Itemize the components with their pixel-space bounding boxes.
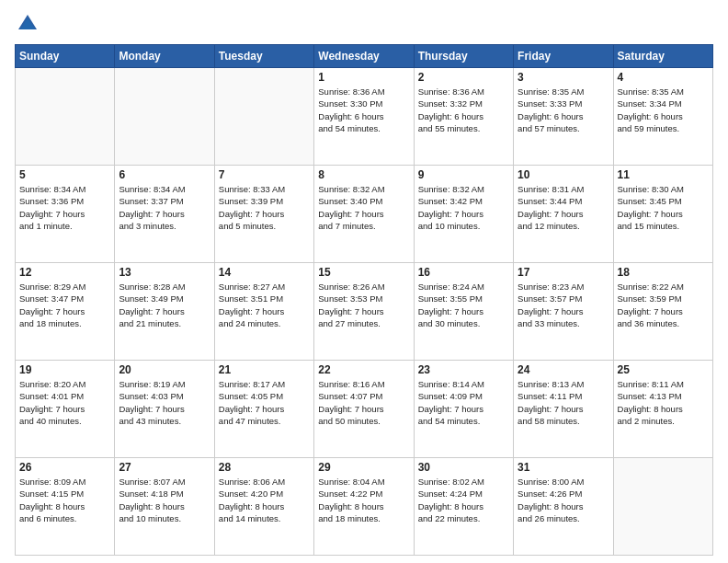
- day-info: Sunrise: 8:02 AM Sunset: 4:24 PM Dayligh…: [418, 476, 509, 524]
- day-number: 21: [219, 363, 310, 376]
- day-cell: [613, 458, 712, 556]
- day-cell: 15Sunrise: 8:26 AM Sunset: 3:53 PM Dayli…: [314, 263, 414, 361]
- day-cell: 23Sunrise: 8:14 AM Sunset: 4:09 PM Dayli…: [414, 361, 513, 458]
- day-number: 28: [219, 461, 310, 474]
- day-info: Sunrise: 8:30 AM Sunset: 3:45 PM Dayligh…: [618, 183, 709, 232]
- day-number: 20: [119, 363, 210, 376]
- day-info: Sunrise: 8:23 AM Sunset: 3:57 PM Dayligh…: [518, 281, 609, 329]
- day-info: Sunrise: 8:06 AM Sunset: 4:20 PM Dayligh…: [219, 476, 310, 524]
- day-info: Sunrise: 8:27 AM Sunset: 3:51 PM Dayligh…: [219, 281, 310, 329]
- day-number: 29: [318, 461, 409, 474]
- day-cell: 12Sunrise: 8:29 AM Sunset: 3:47 PM Dayli…: [16, 263, 115, 361]
- day-cell: [214, 68, 313, 166]
- day-cell: 9Sunrise: 8:32 AM Sunset: 3:42 PM Daylig…: [414, 166, 513, 263]
- day-number: 14: [219, 266, 310, 279]
- day-cell: [115, 68, 214, 166]
- day-info: Sunrise: 8:20 AM Sunset: 4:01 PM Dayligh…: [19, 378, 110, 427]
- weekday-header-thursday: Thursday: [414, 45, 513, 68]
- day-cell: 10Sunrise: 8:31 AM Sunset: 3:44 PM Dayli…: [514, 166, 613, 263]
- day-number: 7: [219, 168, 310, 181]
- day-cell: 7Sunrise: 8:33 AM Sunset: 3:39 PM Daylig…: [214, 166, 313, 263]
- day-cell: 25Sunrise: 8:11 AM Sunset: 4:13 PM Dayli…: [613, 361, 712, 458]
- logo: [15, 11, 44, 37]
- day-info: Sunrise: 8:34 AM Sunset: 3:37 PM Dayligh…: [119, 183, 210, 232]
- page: SundayMondayTuesdayWednesdayThursdayFrid…: [0, 0, 728, 563]
- day-info: Sunrise: 8:31 AM Sunset: 3:44 PM Dayligh…: [518, 183, 609, 232]
- day-info: Sunrise: 8:22 AM Sunset: 3:59 PM Dayligh…: [618, 281, 709, 329]
- day-info: Sunrise: 8:00 AM Sunset: 4:26 PM Dayligh…: [518, 476, 609, 524]
- day-number: 30: [418, 461, 509, 474]
- weekday-header-saturday: Saturday: [613, 45, 712, 68]
- day-info: Sunrise: 8:34 AM Sunset: 3:36 PM Dayligh…: [19, 183, 110, 232]
- week-row-2: 5Sunrise: 8:34 AM Sunset: 3:36 PM Daylig…: [16, 166, 713, 263]
- week-row-3: 12Sunrise: 8:29 AM Sunset: 3:47 PM Dayli…: [16, 263, 713, 361]
- day-cell: 8Sunrise: 8:32 AM Sunset: 3:40 PM Daylig…: [314, 166, 414, 263]
- week-row-1: 1Sunrise: 8:36 AM Sunset: 3:30 PM Daylig…: [16, 68, 713, 166]
- day-cell: 16Sunrise: 8:24 AM Sunset: 3:55 PM Dayli…: [414, 263, 513, 361]
- day-number: 8: [318, 168, 409, 181]
- day-cell: 13Sunrise: 8:28 AM Sunset: 3:49 PM Dayli…: [115, 263, 214, 361]
- day-info: Sunrise: 8:13 AM Sunset: 4:11 PM Dayligh…: [518, 378, 609, 427]
- day-info: Sunrise: 8:35 AM Sunset: 3:34 PM Dayligh…: [618, 86, 709, 134]
- day-cell: 20Sunrise: 8:19 AM Sunset: 4:03 PM Dayli…: [115, 361, 214, 458]
- day-cell: 30Sunrise: 8:02 AM Sunset: 4:24 PM Dayli…: [414, 458, 513, 556]
- day-number: 6: [119, 168, 210, 181]
- day-info: Sunrise: 8:09 AM Sunset: 4:15 PM Dayligh…: [19, 476, 110, 524]
- day-cell: 31Sunrise: 8:00 AM Sunset: 4:26 PM Dayli…: [514, 458, 613, 556]
- day-number: 13: [119, 266, 210, 279]
- day-number: 2: [418, 71, 509, 84]
- day-cell: 29Sunrise: 8:04 AM Sunset: 4:22 PM Dayli…: [314, 458, 414, 556]
- day-info: Sunrise: 8:11 AM Sunset: 4:13 PM Dayligh…: [618, 378, 709, 427]
- calendar-table: SundayMondayTuesdayWednesdayThursdayFrid…: [15, 44, 713, 556]
- day-cell: 19Sunrise: 8:20 AM Sunset: 4:01 PM Dayli…: [16, 361, 115, 458]
- day-cell: 11Sunrise: 8:30 AM Sunset: 3:45 PM Dayli…: [613, 166, 712, 263]
- day-number: 16: [418, 266, 509, 279]
- day-cell: 18Sunrise: 8:22 AM Sunset: 3:59 PM Dayli…: [613, 263, 712, 361]
- day-cell: 3Sunrise: 8:35 AM Sunset: 3:33 PM Daylig…: [514, 68, 613, 166]
- day-cell: 21Sunrise: 8:17 AM Sunset: 4:05 PM Dayli…: [214, 361, 313, 458]
- day-cell: 17Sunrise: 8:23 AM Sunset: 3:57 PM Dayli…: [514, 263, 613, 361]
- logo-icon: [15, 11, 40, 37]
- day-number: 15: [318, 266, 409, 279]
- day-cell: 22Sunrise: 8:16 AM Sunset: 4:07 PM Dayli…: [314, 361, 414, 458]
- day-cell: 5Sunrise: 8:34 AM Sunset: 3:36 PM Daylig…: [16, 166, 115, 263]
- day-info: Sunrise: 8:07 AM Sunset: 4:18 PM Dayligh…: [119, 476, 210, 524]
- day-info: Sunrise: 8:36 AM Sunset: 3:32 PM Dayligh…: [418, 86, 509, 134]
- day-info: Sunrise: 8:14 AM Sunset: 4:09 PM Dayligh…: [418, 378, 509, 427]
- day-cell: 14Sunrise: 8:27 AM Sunset: 3:51 PM Dayli…: [214, 263, 313, 361]
- day-info: Sunrise: 8:04 AM Sunset: 4:22 PM Dayligh…: [318, 476, 409, 524]
- day-cell: 26Sunrise: 8:09 AM Sunset: 4:15 PM Dayli…: [16, 458, 115, 556]
- day-number: 17: [518, 266, 609, 279]
- day-number: 31: [518, 461, 609, 474]
- day-info: Sunrise: 8:17 AM Sunset: 4:05 PM Dayligh…: [219, 378, 310, 427]
- day-number: 23: [418, 363, 509, 376]
- day-number: 26: [19, 461, 110, 474]
- day-info: Sunrise: 8:32 AM Sunset: 3:42 PM Dayligh…: [418, 183, 509, 232]
- day-cell: 2Sunrise: 8:36 AM Sunset: 3:32 PM Daylig…: [414, 68, 513, 166]
- day-number: 11: [618, 168, 709, 181]
- day-cell: 27Sunrise: 8:07 AM Sunset: 4:18 PM Dayli…: [115, 458, 214, 556]
- day-number: 9: [418, 168, 509, 181]
- day-info: Sunrise: 8:24 AM Sunset: 3:55 PM Dayligh…: [418, 281, 509, 329]
- day-cell: 1Sunrise: 8:36 AM Sunset: 3:30 PM Daylig…: [314, 68, 414, 166]
- day-number: 3: [518, 71, 609, 84]
- day-info: Sunrise: 8:32 AM Sunset: 3:40 PM Dayligh…: [318, 183, 409, 232]
- day-info: Sunrise: 8:28 AM Sunset: 3:49 PM Dayligh…: [119, 281, 210, 329]
- day-number: 4: [618, 71, 709, 84]
- day-number: 5: [19, 168, 110, 181]
- day-cell: [16, 68, 115, 166]
- day-cell: 6Sunrise: 8:34 AM Sunset: 3:37 PM Daylig…: [115, 166, 214, 263]
- day-info: Sunrise: 8:16 AM Sunset: 4:07 PM Dayligh…: [318, 378, 409, 427]
- day-number: 24: [518, 363, 609, 376]
- weekday-header-tuesday: Tuesday: [214, 45, 313, 68]
- day-number: 18: [618, 266, 709, 279]
- day-number: 27: [119, 461, 210, 474]
- weekday-header-sunday: Sunday: [16, 45, 115, 68]
- weekday-header-monday: Monday: [115, 45, 214, 68]
- week-row-4: 19Sunrise: 8:20 AM Sunset: 4:01 PM Dayli…: [16, 361, 713, 458]
- day-number: 12: [19, 266, 110, 279]
- day-number: 19: [19, 363, 110, 376]
- day-info: Sunrise: 8:36 AM Sunset: 3:30 PM Dayligh…: [318, 86, 409, 134]
- day-info: Sunrise: 8:33 AM Sunset: 3:39 PM Dayligh…: [219, 183, 310, 232]
- day-info: Sunrise: 8:35 AM Sunset: 3:33 PM Dayligh…: [518, 86, 609, 134]
